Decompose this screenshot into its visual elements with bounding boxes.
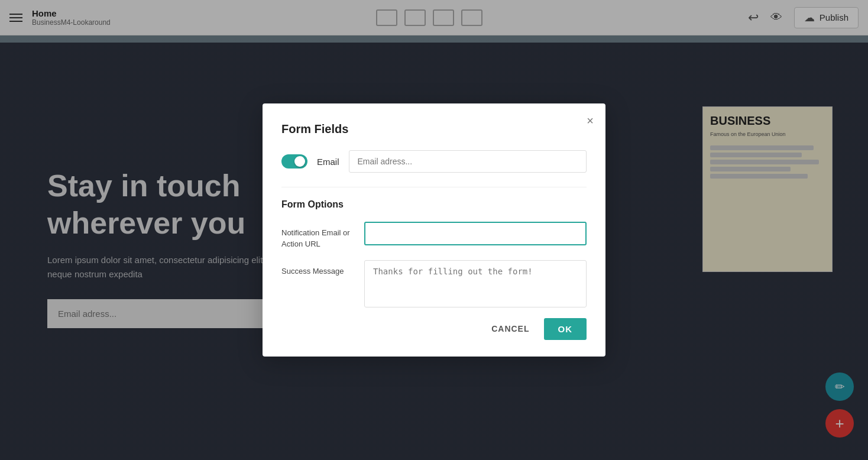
- form-options-title: Form Options: [281, 199, 587, 210]
- notification-input[interactable]: notify@business-m4.com: [364, 222, 587, 245]
- modal-overlay: Form Fields × Email Form Options Notific…: [0, 0, 868, 460]
- email-input[interactable]: [349, 150, 587, 173]
- email-row: Email: [281, 150, 587, 173]
- notification-label: Notification Email or Action URL: [281, 222, 352, 249]
- email-toggle-label: Email: [317, 157, 339, 167]
- success-message-row: Success Message: [281, 260, 587, 307]
- form-fields-modal: Form Fields × Email Form Options Notific…: [263, 103, 605, 356]
- section-divider: [281, 187, 587, 187]
- cancel-button[interactable]: CANCEL: [487, 318, 534, 339]
- ok-button[interactable]: OK: [544, 318, 587, 340]
- success-label: Success Message: [281, 260, 352, 277]
- modal-close-button[interactable]: ×: [587, 114, 594, 128]
- success-message-textarea[interactable]: [364, 260, 587, 307]
- form-options-section: Form Options Notification Email or Actio…: [281, 199, 587, 307]
- modal-title: Form Fields: [281, 122, 587, 136]
- email-toggle[interactable]: [281, 154, 307, 169]
- form-fields-section: Email: [281, 150, 587, 173]
- notification-row: Notification Email or Action URL notify@…: [281, 222, 587, 249]
- modal-footer: CANCEL OK: [281, 318, 587, 340]
